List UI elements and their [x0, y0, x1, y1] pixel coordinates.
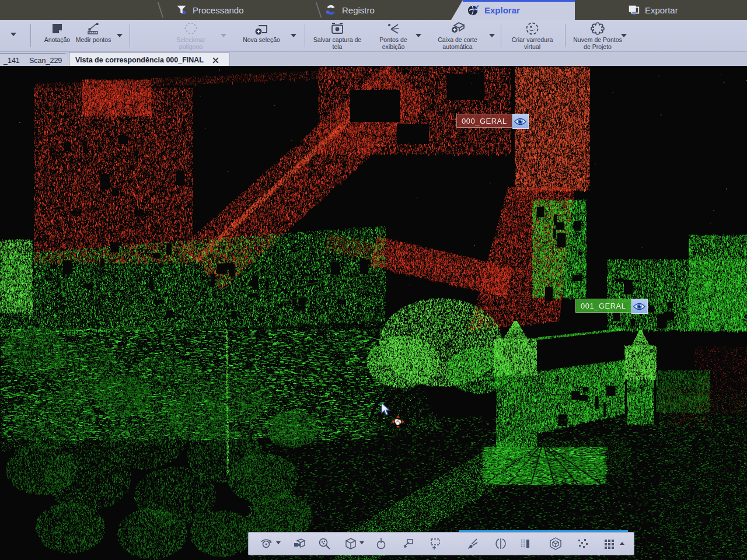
save-screenshot-button[interactable]: Salvar captura de tela [309, 21, 365, 50]
ribbon-separator [565, 24, 566, 47]
ribbon-separator [30, 24, 31, 47]
point-density-icon[interactable] [518, 537, 532, 551]
grid-views-icon[interactable] [602, 537, 616, 551]
tab-separator [309, 2, 322, 18]
tab-exportar[interactable]: Exportar [627, 0, 678, 20]
project-point-cloud-button[interactable]: Nuvem de Pontos de Projeto [570, 21, 626, 50]
zoom-points-icon[interactable] [317, 537, 331, 551]
grid-views-caret-icon[interactable] [620, 542, 624, 545]
set-pivot-icon[interactable] [374, 537, 388, 551]
bounding-box-icon[interactable] [549, 537, 563, 551]
explore-icon [467, 4, 480, 16]
create-virtual-scan-button[interactable]: Criar varredura virtual [504, 21, 560, 50]
annotation-icon [50, 21, 64, 36]
tab-processando-label: Processando [193, 5, 244, 15]
view-cube-icon[interactable] [344, 537, 358, 551]
new-selection-label: Nova seleção [243, 37, 280, 44]
doc-tab-correspondence-label: Vista de correspondência 000_FINAL [75, 56, 204, 64]
point-cloud-icon [590, 21, 605, 36]
virtual-scan-icon [525, 21, 540, 36]
save-screenshot-label: Salvar captura de tela [309, 37, 365, 50]
funnel-icon [175, 4, 188, 16]
scan-badge-001-geral[interactable]: 001_GERAL [575, 299, 648, 313]
application-window: Processando Registro Explorar [0, 0, 747, 560]
measure-points-label: Medir pontos [76, 37, 111, 44]
fit-selection-icon[interactable] [428, 537, 442, 551]
screenshot-icon [330, 21, 345, 36]
orbit-icon[interactable] [259, 537, 273, 551]
camera-view-icon[interactable] [292, 537, 306, 551]
display-points-caret-icon[interactable] [416, 34, 421, 37]
ribbon-toolbar: Anotação Medir pontos Selecionar polígon… [0, 20, 747, 51]
register-icon [324, 4, 337, 16]
select-polygon-icon [183, 21, 198, 36]
export-icon [627, 4, 640, 16]
view-navigation-toolbar [248, 532, 634, 555]
workflow-tabbar: Processando Registro Explorar [0, 0, 747, 20]
auto-clip-box-icon [449, 21, 466, 36]
measure-points-icon [86, 21, 101, 36]
display-points-icon [386, 21, 401, 36]
new-selection-caret-icon[interactable] [291, 34, 296, 37]
tab-explorar[interactable]: Explorar [467, 0, 520, 20]
close-icon[interactable] [212, 57, 219, 64]
visibility-eye-icon[interactable] [512, 114, 529, 129]
tab-processando[interactable]: Processando [175, 0, 244, 20]
tab-registro[interactable]: Registro [324, 0, 375, 20]
pick-point-marker [392, 415, 404, 428]
display-points-button[interactable]: Pontos de exibição [368, 21, 419, 50]
tab-explorar-label: Explorar [484, 5, 520, 15]
tab-exportar-label: Exportar [645, 5, 678, 15]
visibility-eye-icon[interactable] [631, 299, 648, 314]
point-render-icon[interactable] [575, 537, 589, 551]
more-tools-caret-icon[interactable] [11, 33, 16, 36]
select-polygon-button[interactable]: Selecionar polígono [165, 21, 217, 50]
orbit-caret-icon[interactable] [276, 541, 281, 544]
view-cube-caret-icon[interactable] [359, 541, 364, 544]
scan-badge-000-geral[interactable]: 000_GERAL [456, 114, 529, 128]
ribbon-separator [130, 24, 130, 47]
measure-points-caret-icon[interactable] [117, 34, 123, 37]
doc-tab-scan229-label: Scan_229 [29, 57, 62, 65]
pan-back-icon[interactable] [401, 537, 415, 551]
pick-point-icon[interactable] [466, 537, 480, 551]
auto-clip-box-button[interactable]: Caixa de corte automática [428, 21, 487, 50]
project-point-cloud-label: Nuvem de Pontos de Projeto [570, 37, 626, 50]
display-points-label: Pontos de exibição [368, 37, 419, 50]
new-selection-icon [254, 21, 269, 36]
doc-tab-141-label: _141 [4, 57, 20, 65]
slice-icon[interactable] [494, 537, 508, 551]
tab-separator [151, 2, 163, 18]
measure-points-button[interactable]: Medir pontos [68, 21, 119, 50]
tab-registro-label: Registro [342, 5, 375, 15]
document-tabstrip: _141 Scan_229 Vista de correspondência 0… [0, 51, 747, 67]
pointcloud-viewport[interactable]: 000_GERAL 001_GERAL [0, 66, 747, 560]
new-selection-button[interactable]: Nova seleção [235, 21, 288, 50]
auto-clip-box-label: Caixa de corte automática [428, 37, 487, 50]
mouse-cursor [381, 402, 391, 416]
scan-badge-001-label: 001_GERAL [575, 299, 631, 313]
create-virtual-scan-label: Criar varredura virtual [504, 37, 560, 50]
project-point-cloud-caret-icon[interactable] [621, 34, 627, 37]
ribbon-separator [501, 24, 501, 47]
ribbon-separator [305, 24, 305, 47]
select-polygon-caret-icon[interactable] [221, 34, 226, 37]
scan-badge-000-label: 000_GERAL [456, 114, 512, 128]
auto-clip-box-caret-icon[interactable] [489, 34, 495, 37]
doc-tab-correspondence-view[interactable]: Vista de correspondência 000_FINAL [69, 52, 229, 68]
annotation-label: Anotação [44, 37, 70, 44]
select-polygon-label: Selecionar polígono [165, 37, 217, 50]
